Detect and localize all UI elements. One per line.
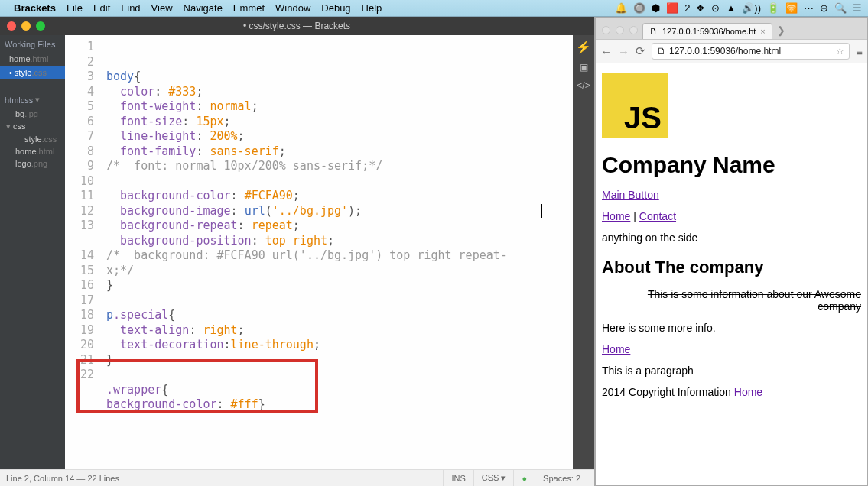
tray-icon[interactable]: 🟥 <box>666 2 678 14</box>
menu-window[interactable]: Window <box>275 2 310 14</box>
tray-icon[interactable]: 2 <box>684 2 690 14</box>
code-line-7[interactable]: /* font: normal 10px/200% sans-serif;*/ <box>106 159 573 174</box>
code-line-3[interactable]: font-weight: normal; <box>106 99 573 115</box>
right-toolbar: ⚡ ▣ </> <box>573 35 594 469</box>
bookmark-icon[interactable]: ☆ <box>836 46 844 57</box>
menu-navigate[interactable]: Navigate <box>184 2 223 14</box>
home-link-2[interactable]: Home <box>602 343 630 355</box>
back-button[interactable]: ← <box>600 45 612 58</box>
menu-edit[interactable]: Edit <box>93 2 110 14</box>
main-button-link[interactable]: Main Button <box>602 189 659 201</box>
file-style.css[interactable]: style.css <box>0 133 65 145</box>
folder-css[interactable]: css <box>0 120 65 133</box>
project-header[interactable]: htmlcss▾ <box>0 90 65 108</box>
nav-home-link[interactable]: Home <box>602 210 630 222</box>
strike-paragraph: This is some information about our Aweso… <box>602 288 861 313</box>
brackets-titlebar: • css/style.css — Brackets <box>0 17 594 35</box>
code-editor[interactable]: 12345678910111213141516171819202122 body… <box>65 35 573 469</box>
browser-tab[interactable]: 🗋 127.0.0.1:59036/home.ht × <box>642 23 772 39</box>
tray-icon[interactable]: ⬢ <box>652 2 660 14</box>
tray-icon[interactable]: 🔍 <box>834 2 847 14</box>
working-file-style[interactable]: •style.css <box>0 66 65 79</box>
tray-icon[interactable]: 🛜 <box>785 2 798 14</box>
code-line-19[interactable]: } <box>106 353 573 368</box>
code-line-18[interactable]: text-decoration:line-through; <box>106 338 573 353</box>
code-line-20[interactable] <box>106 368 573 383</box>
live-preview-icon[interactable]: ⚡ <box>576 40 591 54</box>
minimize-button[interactable] <box>21 21 31 31</box>
working-files-header[interactable]: Working Files <box>0 35 65 52</box>
code-line-wrap[interactable]: x;*/ <box>106 264 573 279</box>
code-line-12[interactable]: background-position: top right; <box>106 234 573 249</box>
working-file-home[interactable]: home.html <box>0 52 65 66</box>
code-line-21[interactable]: .wrapper{ <box>106 383 573 398</box>
tab-close-icon[interactable]: × <box>760 27 765 36</box>
code-area[interactable]: body{ color: #333; font-weight: normal; … <box>102 35 573 469</box>
extension-manager-icon[interactable]: ▣ <box>580 62 588 73</box>
chrome-close-button[interactable] <box>602 26 610 34</box>
indent-setting[interactable]: Spaces: 2 <box>535 470 588 486</box>
sidebar: Working Files home.html•style.css htmlcs… <box>0 35 65 469</box>
insert-mode[interactable]: INS <box>443 470 473 486</box>
footer-home-link[interactable]: Home <box>734 386 762 398</box>
tray-icon[interactable]: ⋯ <box>804 2 814 14</box>
url-bar[interactable]: 🗋 127.0.0.1:59036/home.html ☆ <box>652 43 850 60</box>
footer-text: 2014 Copyright Information Home <box>602 386 861 398</box>
chrome-minimize-button[interactable] <box>616 26 624 34</box>
tray-icon[interactable]: 🔘 <box>633 2 645 14</box>
menu-debug[interactable]: Debug <box>321 2 350 14</box>
code-line-16[interactable]: p.special{ <box>106 308 573 323</box>
tray-icon[interactable]: ❖ <box>696 2 705 14</box>
menu-file[interactable]: File <box>67 2 83 14</box>
code-icon[interactable]: </> <box>577 80 590 91</box>
nav-contact-link[interactable]: Contact <box>639 210 676 222</box>
reload-button[interactable]: ⟳ <box>636 44 645 58</box>
zoom-button[interactable] <box>36 21 45 31</box>
tray-icon[interactable]: 🔊)) <box>742 2 761 14</box>
menu-help[interactable]: Help <box>362 2 382 14</box>
new-tab-button[interactable]: ❯ <box>772 24 790 39</box>
file-logo.png[interactable]: logo.png <box>0 157 65 170</box>
code-line-10[interactable]: background-image: url('../bg.jpg'); <box>106 204 573 219</box>
close-button[interactable] <box>7 21 16 31</box>
code-line-14[interactable]: } <box>106 278 573 293</box>
tray-icon[interactable]: 🔋 <box>767 2 779 14</box>
tray-icon[interactable]: ☰ <box>853 2 862 14</box>
code-line-6[interactable]: font-family: sans-serif; <box>106 144 573 160</box>
logo: JS <box>602 73 668 138</box>
code-line-2[interactable]: color: #333; <box>106 85 573 100</box>
code-line-22[interactable]: background-color: #fff} <box>106 397 573 413</box>
code-line-11[interactable]: background-repeat: repeat; <box>106 219 573 234</box>
text-cursor <box>541 204 542 218</box>
code-line-9[interactable]: background-color: #FCFA90; <box>106 189 573 204</box>
code-line-17[interactable]: text-align: right; <box>106 323 573 339</box>
code-line-1[interactable]: body{ <box>106 70 573 85</box>
file-bg.jpg[interactable]: bg.jpg <box>0 108 65 120</box>
lint-status-icon[interactable]: ● <box>513 470 535 486</box>
aside-text: anything on the side <box>602 232 861 244</box>
file-home.html[interactable]: home.html <box>0 145 65 157</box>
tray-icon[interactable]: 🔔 <box>615 2 627 14</box>
nav-separator: | <box>630 210 639 222</box>
browser-viewport: JS Company Name Main Button Home | Conta… <box>596 63 867 485</box>
window-title: • css/style.css — Brackets <box>45 21 548 31</box>
menu-view[interactable]: View <box>151 2 173 14</box>
menu-emmet[interactable]: Emmet <box>233 2 265 14</box>
menubar-app-name[interactable]: Brackets <box>14 2 56 14</box>
chevron-down-icon: ▾ <box>35 95 40 105</box>
tray-icon[interactable]: ▲ <box>726 2 736 14</box>
code-line-15[interactable] <box>106 293 573 309</box>
code-line-4[interactable]: font-size: 15px; <box>106 115 573 130</box>
rendered-page: JS Company Name Main Button Home | Conta… <box>596 63 867 485</box>
hamburger-menu-icon[interactable]: ≡ <box>856 45 863 58</box>
language-mode[interactable]: CSS ▾ <box>473 470 514 486</box>
forward-button[interactable]: → <box>618 45 629 58</box>
code-line-8[interactable] <box>106 174 573 190</box>
tray-icon[interactable]: ⊙ <box>711 2 720 14</box>
menu-find[interactable]: Find <box>121 2 140 14</box>
section-heading: About The company <box>602 258 861 277</box>
tray-icon[interactable]: ⊖ <box>820 2 828 14</box>
code-line-13[interactable]: /* background: #FCFA90 url('../bg.jpg') … <box>106 248 573 264</box>
chrome-zoom-button[interactable] <box>629 26 638 34</box>
code-line-5[interactable]: line-height: 200%; <box>106 129 573 144</box>
